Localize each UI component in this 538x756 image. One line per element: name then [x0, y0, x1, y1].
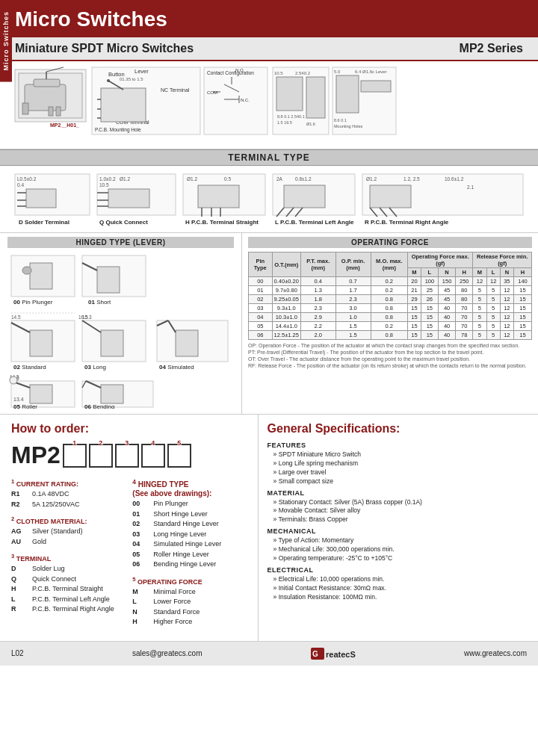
svg-rect-7	[49, 107, 53, 116]
svg-rect-120	[30, 385, 52, 403]
footer-logo-area: G reatecS	[311, 645, 356, 662]
specs-cat-title: MATERIAL	[268, 489, 529, 497]
specs-item: » Electrical Life: 10,000 operations min…	[268, 575, 529, 584]
specs-cat-mechanical: MECHANICAL» Type of Action: Momentary» M…	[268, 527, 529, 563]
order-section-4: 4 HINGED TYPE(See above drawings):00Pin …	[132, 478, 246, 570]
svg-text:03 Long: 03 Long	[84, 364, 106, 371]
svg-rect-114	[176, 330, 198, 356]
svg-rect-37	[276, 77, 303, 111]
svg-text:1.5  19.5: 1.5 19.5	[277, 120, 292, 125]
code-box-3: 3	[115, 444, 139, 468]
order-code: 04	[132, 539, 149, 550]
svg-text:Ø1.6: Ø1.6	[306, 122, 315, 126]
order-section-5: 5 OPERATING FORCEMMinimal ForceLLower Fo…	[132, 576, 246, 628]
specs-section: General Specifications: FEATURES» SPDT M…	[259, 415, 538, 641]
order-desc: Solder Lug	[32, 564, 65, 574]
order-desc: Silver (Standard)	[32, 527, 83, 537]
series-name: MP2 Series	[460, 42, 523, 55]
order-code: 00	[132, 499, 149, 509]
svg-text:Ø1.2: Ø1.2	[366, 176, 377, 182]
order-row: 06Bending Hinge Lever	[132, 560, 246, 570]
op-table-notes: OP: Operation Force - The position of th…	[248, 342, 532, 369]
svg-text:06 Bending: 06 Bending	[84, 403, 114, 409]
svg-text:Lever: Lever	[134, 68, 149, 75]
order-desc: Simulated Hinge Lever	[153, 539, 221, 550]
order-row: MMinimal Force	[132, 587, 246, 598]
order-desc: Standard Hinge Lever	[153, 519, 219, 530]
order-row: QQuick Connect	[11, 574, 125, 585]
svg-text:0.4: 0.4	[17, 182, 24, 188]
svg-rect-93	[30, 263, 52, 289]
svg-text:Contact Configuration: Contact Configuration	[207, 70, 254, 76]
svg-text:Q Quick Connect: Q Quick Connect	[99, 219, 148, 226]
svg-text:L0.5±0.2: L0.5±0.2	[17, 176, 37, 182]
order-section-2: 2 CLOTHED MATERIAL:AGSilver (Standard)AU…	[11, 515, 125, 547]
svg-rect-126	[101, 385, 123, 403]
specs-item: » Small compact size	[268, 477, 529, 486]
svg-rect-52	[26, 189, 56, 208]
svg-text:COM: COM	[207, 90, 217, 95]
specs-item: » Type of Action: Momentary	[268, 536, 529, 545]
footer-page: L02	[11, 649, 24, 657]
order-desc: Minimal Force	[153, 587, 196, 598]
order-row: 00Pin Plunger	[132, 499, 246, 509]
svg-text:Ø1.2: Ø1.2	[120, 176, 130, 182]
specs-container: FEATURES» SPDT Miniature Micro Switch» L…	[268, 441, 529, 602]
svg-rect-87	[370, 185, 411, 208]
hinge-op-section: HINGED TYPE (LEVER) 00 Pin Plunger 01 Sh…	[0, 233, 538, 415]
order-row: AUGold	[11, 537, 125, 548]
code-box-4: 4	[141, 444, 165, 468]
order-code: Q	[11, 574, 28, 585]
specs-item: » Insulation Resistance: 100MΩ min.	[268, 593, 529, 602]
specs-cat-features: FEATURES» SPDT Miniature Micro Switch» L…	[268, 441, 529, 486]
svg-text:04 Simulated: 04 Simulated	[159, 364, 194, 371]
svg-text:0.5: 0.5	[224, 176, 231, 182]
order-desc: P.C.B. Terminal Left Angle	[32, 595, 110, 605]
greatecs-logo-svg: G reatecS	[311, 645, 356, 662]
order-desc: Standard Force	[153, 607, 200, 618]
order-desc: P.C.B. Terminal Straight	[32, 584, 103, 595]
order-row: LLower Force	[132, 597, 246, 607]
order-code: 02	[132, 519, 149, 530]
specs-item: » SPDT Miniature Micro Switch	[268, 450, 529, 459]
svg-text:15.3: 15.3	[82, 315, 92, 320]
order-desc: 0.1A 48VDC	[32, 489, 69, 500]
table-row: 02 9.25±0.05 1.8 2.3 0.8 29 26 45 80 5 5…	[249, 295, 532, 304]
order-desc: P.C.B. Terminal Right Angle	[32, 604, 114, 615]
svg-text:6.4  Ø1.6c Lever: 6.4 Ø1.6c Lever	[355, 69, 387, 74]
specs-item: » Large over travel	[268, 468, 529, 477]
order-code: H	[11, 584, 28, 595]
order-code: 05	[132, 550, 149, 560]
specs-item: » Stationary Contact: Silver (5A) Brass …	[268, 498, 529, 507]
svg-rect-40	[306, 77, 325, 118]
svg-rect-46	[361, 81, 391, 92]
specs-item: » Mechanical Life: 300,000 operations mi…	[268, 545, 529, 554]
operating-section: OPERATING FORCE Pin Type O.T.(mm) P.T. m…	[242, 233, 538, 414]
specs-cat-title: MECHANICAL	[268, 527, 529, 535]
order-code: R2	[11, 500, 28, 510]
code-box-1: 1	[63, 444, 87, 468]
order-row: R25A 125/250VAC	[11, 500, 125, 510]
svg-text:H P.C.B. Terminal Straight: H P.C.B. Terminal Straight	[185, 219, 259, 226]
order-cat-title: 1 CURRENT RATING:	[11, 478, 125, 488]
hinge-section: HINGED TYPE (LEVER) 00 Pin Plunger 01 Sh…	[0, 233, 242, 414]
order-code: D	[11, 564, 28, 574]
svg-point-122	[10, 377, 17, 384]
order-cat-title: 2 CLOTHED MATERIAL:	[11, 515, 125, 525]
svg-text:05 Roller: 05 Roller	[13, 403, 37, 409]
product-diagram-area: MP2__H01_ Button Lever NC Terminal NO Te…	[0, 61, 538, 149]
order-desc: Quick Connect	[32, 574, 76, 585]
svg-text:13.4: 13.4	[13, 397, 24, 402]
order-row: HHigher Force	[132, 617, 246, 628]
side-tab: Micro Switches	[0, 0, 12, 82]
svg-text:14.5: 14.5	[11, 315, 21, 320]
order-row: 02Standard Hinge Lever	[132, 519, 246, 530]
order-row: LP.C.B. Terminal Left Angle	[11, 595, 125, 605]
svg-rect-77	[284, 185, 325, 208]
order-row: 03Long Hinge Lever	[132, 530, 246, 540]
header-bar: Micro Switches	[0, 0, 538, 37]
specs-item: » Movable Contact: Silver alloy	[268, 506, 529, 515]
svg-rect-94	[22, 267, 31, 274]
specs-item: » Operating temperature: -25°C to +105°C	[268, 554, 529, 563]
svg-text:00 Pin Plunger: 00 Pin Plunger	[13, 299, 53, 306]
